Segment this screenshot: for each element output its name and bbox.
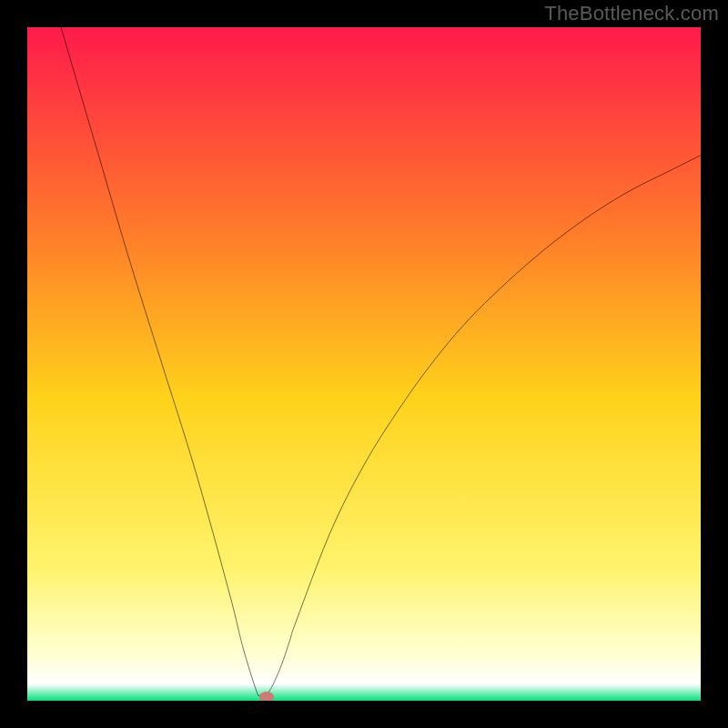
chart-frame: TheBottleneck.com — [0, 0, 728, 728]
plot-area — [27, 27, 701, 701]
curve-layer — [27, 27, 701, 701]
watermark-text: TheBottleneck.com — [544, 2, 719, 25]
optimum-point — [259, 692, 274, 701]
bottleneck-curve — [61, 27, 701, 698]
